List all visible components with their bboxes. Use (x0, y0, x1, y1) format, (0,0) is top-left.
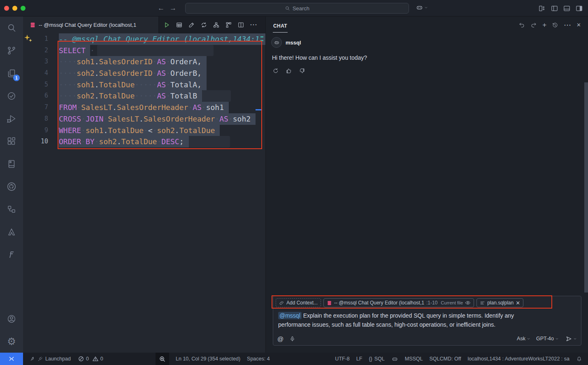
back-arrow-icon[interactable]: ← (158, 4, 165, 12)
add-context-button[interactable]: Add Context... (276, 298, 321, 307)
sidebar-item-explorer[interactable]: 1 (0, 62, 23, 84)
search-input[interactable]: Search (185, 3, 409, 14)
plug-icon (37, 356, 43, 362)
remove-context-icon[interactable]: ✕ (516, 300, 520, 306)
sqlcmd-indicator[interactable]: SQLCMD: Off (430, 356, 461, 362)
copilot-status-icon[interactable] (391, 356, 398, 363)
indentation-indicator[interactable]: Spaces: 4 (247, 356, 270, 362)
line-number: 6 (23, 90, 49, 102)
line-number: 2 (23, 45, 49, 56)
code-line[interactable]: 7FROM·SalesLT.SalesOrderHeader·AS·soh1 (23, 102, 265, 113)
forward-arrow-icon[interactable]: → (170, 4, 177, 12)
fabric-f-icon (7, 250, 16, 260)
split-editor-icon[interactable] (237, 21, 244, 28)
mention-button[interactable]: @ (277, 335, 284, 342)
customize-layout-icon[interactable] (538, 5, 546, 12)
toggle-panel-icon[interactable] (563, 5, 571, 12)
eye-icon[interactable] (465, 300, 471, 306)
run-query-icon[interactable] (163, 21, 170, 28)
database-icon (327, 300, 332, 306)
chevron-down-icon (424, 6, 428, 9)
zoom-indicator[interactable] (156, 353, 169, 365)
maximize-window-button[interactable] (21, 6, 26, 11)
send-button[interactable] (565, 335, 577, 342)
sidebar-item-fabric[interactable] (0, 243, 23, 266)
history-icon[interactable] (552, 22, 558, 28)
titlebar: ← → Search (0, 0, 588, 16)
close-icon[interactable]: ✕ (576, 22, 581, 28)
query-plan-icon[interactable] (213, 21, 220, 28)
redo-icon[interactable] (530, 22, 537, 28)
code-line[interactable]: 8CROSS·JOIN·SalesLT.SalesOrderHeader·AS·… (23, 113, 265, 125)
sidebar-item-azure[interactable] (0, 220, 23, 243)
search-icon (7, 23, 16, 33)
microphone-icon[interactable] (289, 336, 295, 342)
results-grid-icon[interactable] (176, 21, 183, 28)
sidebar-item-source-control[interactable] (0, 39, 23, 62)
context-chip-plan[interactable]: plan.sqlplan ✕ (476, 298, 523, 307)
toggle-secondary-sidebar-icon[interactable] (575, 5, 583, 12)
line-number: 10 (23, 136, 49, 147)
model-label: GPT-4o (536, 336, 554, 342)
eol-indicator[interactable]: LF (356, 356, 363, 362)
mode-dropdown[interactable]: Ask (515, 335, 532, 342)
search-placeholder: Search (293, 5, 309, 12)
code-line[interactable]: 5····soh1.TotalDue·····AS·TotalA, (23, 79, 265, 91)
code-line[interactable]: 2SELECT· (23, 45, 265, 56)
code-line[interactable]: 3····soh1.SalesOrderID·AS·OrderA, (23, 56, 265, 68)
tab-chat[interactable]: CHAT (273, 18, 288, 33)
sidebar-item-tasks[interactable] (0, 84, 23, 107)
more-actions-icon[interactable]: ⋯ (250, 21, 257, 28)
problems-indicator[interactable]: 0 0 (78, 356, 103, 362)
mssql-indicator[interactable]: MSSQL (405, 356, 423, 362)
toggle-primary-sidebar-icon[interactable] (551, 5, 558, 12)
sidebar-item-extensions[interactable] (0, 130, 23, 152)
minimize-window-button[interactable] (12, 6, 17, 11)
code-line[interactable]: 4····soh2.SalesOrderID·AS·OrderB, (23, 68, 265, 79)
sidebar-item-settings[interactable]: ⚙ (0, 330, 23, 353)
editor-cursor (256, 109, 262, 110)
encoding-indicator[interactable]: UTF-8 (335, 356, 349, 362)
estimated-plan-icon[interactable] (200, 21, 207, 28)
sidebar-item-account[interactable] (0, 307, 23, 330)
line-number: 9 (23, 125, 49, 136)
code-line[interactable]: 10ORDER·BY·soh2.TotalDue·DESC; (23, 136, 265, 147)
retry-button[interactable] (271, 66, 280, 75)
sidebar-item-search[interactable] (0, 16, 23, 39)
copilot-sparkle-icon[interactable] (24, 35, 33, 43)
line-number: 3 (23, 56, 49, 68)
sidebar-item-sql-server[interactable] (0, 198, 23, 220)
context-chip-current-file[interactable]: -- @mssql Chat Query Editor (localhost,1… (323, 298, 474, 307)
chat-scrollbar[interactable] (584, 82, 588, 292)
launchpad-button[interactable]: Launchpad (30, 356, 71, 362)
language-mode[interactable]: {}SQL (369, 356, 384, 362)
code-line[interactable]: 9WHERE·soh1.TotalDue·<·soh2.TotalDue (23, 125, 265, 136)
undo-icon[interactable] (518, 22, 525, 28)
chat-input-widget[interactable]: Add Context... -- @mssql Chat Query Edit… (273, 296, 581, 346)
editor-tab[interactable]: -- @mssql Chat Query Editor (localhost,1 (23, 16, 159, 33)
new-chat-icon[interactable]: + (542, 21, 546, 28)
remote-indicator[interactable] (0, 353, 23, 365)
code-line[interactable]: 6····soh2.TotalDue·····AS·TotalB (23, 90, 265, 102)
connection-indicator[interactable]: localhost,1434 : AdventureWorksLT2022 : … (467, 356, 569, 362)
sidebar-item-notebook[interactable] (0, 152, 23, 175)
check-circle-icon (7, 91, 16, 101)
copilot-menu-button[interactable] (416, 4, 428, 12)
thumbs-down-button[interactable] (297, 66, 307, 75)
mode-label: Ask (517, 336, 525, 342)
parse-brush-icon[interactable] (188, 21, 195, 28)
model-dropdown[interactable]: GPT-4o (535, 335, 560, 342)
sidebar-item-run-debug[interactable] (0, 107, 23, 130)
thumbs-up-button[interactable] (284, 66, 293, 75)
cursor-position[interactable]: Ln 10, Col 29 (354 selected) (176, 356, 240, 362)
chat-input-text[interactable]: @mssql Explain the execution plan for th… (273, 307, 551, 329)
actual-plan-icon[interactable] (225, 21, 232, 28)
sidebar-item-github[interactable] (0, 175, 23, 198)
code-line[interactable]: 1-- @mssql Chat Query Editor (localhost,… (23, 33, 265, 45)
code-editor[interactable]: 1-- @mssql Chat Query Editor (localhost,… (23, 33, 265, 353)
message-text: Hi there! How can I assist you today? (272, 54, 581, 61)
close-window-button[interactable] (4, 6, 9, 11)
bell-icon[interactable] (576, 356, 582, 362)
more-actions-icon[interactable]: ⋯ (564, 21, 571, 29)
error-count: 0 (86, 356, 89, 362)
